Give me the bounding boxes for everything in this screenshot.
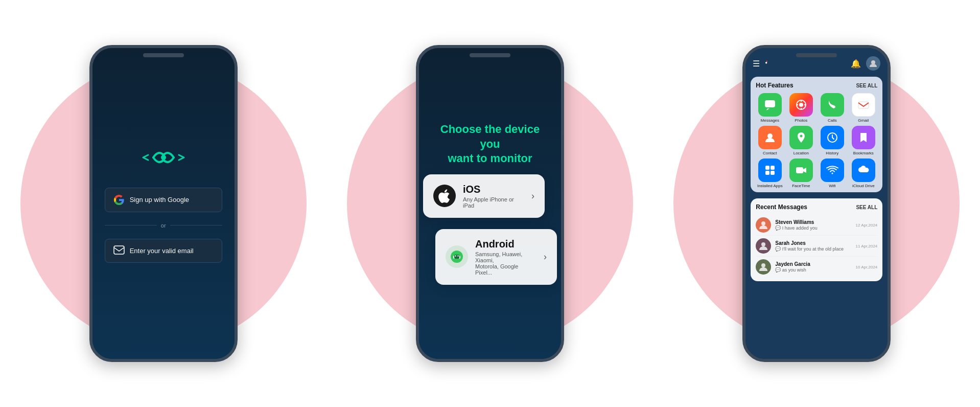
svg-rect-7 xyxy=(454,255,459,259)
svg-point-19 xyxy=(767,133,773,139)
message-date: 12 Apr,2024 xyxy=(856,223,878,228)
android-label: Android xyxy=(475,238,536,250)
phone3-scene: ☰ ●● 🔔 Hot Features SEE xyxy=(742,45,891,362)
app-label: Photos xyxy=(795,118,807,123)
message-body: Steven Williams 💬 I have added you xyxy=(775,219,851,231)
app-item-bookmarks[interactable]: Bookmarks xyxy=(849,126,877,155)
see-all-button-1[interactable]: SEE ALL xyxy=(856,83,877,88)
android-device-info: Android Samsung, Huawei, Xiaomi,Motorola… xyxy=(475,238,536,276)
message-item[interactable]: Sarah Jones 💬 I'll wait for you at the o… xyxy=(756,236,877,257)
phone2-screen: Choose the device you want to monitor iO… xyxy=(419,48,561,359)
phone2: Choose the device you want to monitor iO… xyxy=(416,45,564,362)
message-text: 💬 I have added you xyxy=(775,225,851,231)
app-item-history[interactable]: History xyxy=(818,126,846,155)
hot-features-title: Hot Features xyxy=(756,82,793,89)
app-label: Installed Apps xyxy=(757,184,783,188)
app-label: Messages xyxy=(761,118,779,123)
avatar[interactable] xyxy=(866,56,880,71)
app-icon-location xyxy=(789,126,813,149)
see-all-button-2[interactable]: SEE ALL xyxy=(856,205,877,210)
topbar-left-icons: ☰ ●● xyxy=(753,59,769,69)
divider-line-left xyxy=(105,225,157,225)
app-icon-installed-apps xyxy=(758,159,782,182)
google-signup-label: Sign up with Google xyxy=(130,196,189,204)
app-icon-wifi xyxy=(821,159,844,182)
app-label: FaceTime xyxy=(792,184,810,188)
message-date: 10 Apr,2024 xyxy=(856,265,878,269)
svg-rect-24 xyxy=(771,171,775,175)
app-item-calls[interactable]: Calls xyxy=(818,93,846,123)
ios-label: iOS xyxy=(463,184,524,195)
app-icon-gmail xyxy=(852,93,875,117)
svg-point-26 xyxy=(761,221,765,225)
ios-device-card[interactable]: iOS Any Apple iPhone or iPad › xyxy=(423,174,545,218)
app-label: Bookmarks xyxy=(853,151,874,155)
phone3-screen: ☰ ●● 🔔 Hot Features SEE xyxy=(745,48,888,359)
app-icon-bookmarks xyxy=(852,126,875,149)
app-label: Location xyxy=(794,151,809,155)
message-body: Sarah Jones 💬 I'll wait for you at the o… xyxy=(775,240,851,252)
app-icon-history xyxy=(821,126,844,149)
message-sender: Sarah Jones xyxy=(775,240,851,246)
app-item-wifi[interactable]: Wifi xyxy=(818,159,846,188)
message-sender: Steven Williams xyxy=(775,219,851,225)
phone3: ☰ ●● 🔔 Hot Features SEE xyxy=(742,45,891,362)
app-icon-icloud-drive xyxy=(852,159,875,182)
app-item-facetime[interactable]: FaceTime xyxy=(787,159,815,188)
phone1-scene: Sign up with Google or Enter your valid … xyxy=(89,45,238,362)
app-icon-messages xyxy=(758,93,782,117)
app-label: Calls xyxy=(828,118,837,123)
menu-icon[interactable]: ☰ xyxy=(753,59,760,69)
app-item-contact[interactable]: Contact xyxy=(756,126,784,155)
choose-device-title: Choose the device you want to monitor xyxy=(429,122,551,166)
app-item-photos[interactable]: Photos xyxy=(787,93,815,123)
topbar-right-icons: 🔔 xyxy=(851,56,880,71)
app-label: Wifi xyxy=(829,184,835,188)
message-item[interactable]: Jayden Garcia 💬 as you wish 10 Apr,2024 xyxy=(756,257,877,277)
app-item-icloud-drive[interactable]: iCloud Drive xyxy=(849,159,877,188)
svg-point-13 xyxy=(799,103,803,107)
app-logo xyxy=(138,145,189,172)
ios-arrow-icon: › xyxy=(531,191,534,201)
android-device-card[interactable]: Android Samsung, Huawei, Xiaomi,Motorola… xyxy=(435,229,557,285)
android-arrow-icon: › xyxy=(544,252,547,262)
app-icon-photos xyxy=(789,93,813,117)
app-item-installed-apps[interactable]: Installed Apps xyxy=(756,159,784,188)
apple-icon xyxy=(433,185,456,207)
svg-rect-18 xyxy=(858,102,869,108)
email-signup-button[interactable]: Enter your valid email xyxy=(105,239,222,263)
app-icon-contact xyxy=(758,126,782,149)
card-header: Hot Features SEE ALL xyxy=(756,82,877,89)
email-signup-label: Enter your valid email xyxy=(130,247,194,255)
app-label: Gmail xyxy=(858,118,869,123)
app-item-gmail[interactable]: Gmail xyxy=(849,93,877,123)
svg-point-10 xyxy=(871,60,875,64)
recent-messages-title: Recent Messages xyxy=(756,204,807,211)
topbar: ☰ ●● 🔔 xyxy=(745,48,888,75)
hot-features-card: Hot Features SEE ALL Messages Photos Cal… xyxy=(751,77,882,192)
svg-rect-23 xyxy=(765,171,769,175)
message-item[interactable]: Steven Williams 💬 I have added you 12 Ap… xyxy=(756,215,877,236)
msg-header: Recent Messages SEE ALL xyxy=(756,204,877,211)
message-avatar xyxy=(756,259,771,275)
message-avatar xyxy=(756,217,771,233)
google-signup-button[interactable]: Sign up with Google xyxy=(105,188,222,212)
phone1: Sign up with Google or Enter your valid … xyxy=(89,45,238,362)
android-sublabel: Samsung, Huawei, Xiaomi,Motorola, Google… xyxy=(475,251,536,276)
app-item-location[interactable]: Location xyxy=(787,126,815,155)
ios-device-info: iOS Any Apple iPhone or iPad xyxy=(463,184,524,209)
svg-point-0 xyxy=(161,155,166,160)
google-icon xyxy=(113,194,125,206)
message-avatar xyxy=(756,238,771,254)
svg-rect-1 xyxy=(114,246,124,254)
ios-sublabel: Any Apple iPhone or iPad xyxy=(463,196,524,209)
android-icon xyxy=(446,245,468,268)
svg-rect-21 xyxy=(765,166,769,170)
svg-rect-22 xyxy=(771,166,775,170)
apps-grid: Messages Photos Calls Gmail Contact Loca… xyxy=(756,93,877,188)
svg-point-8 xyxy=(455,256,456,257)
message-date: 11 Apr,2024 xyxy=(856,244,878,248)
message-text: 💬 I'll wait for you at the old place xyxy=(775,246,851,252)
app-item-messages[interactable]: Messages xyxy=(756,93,784,123)
bell-icon[interactable]: 🔔 xyxy=(851,59,861,69)
